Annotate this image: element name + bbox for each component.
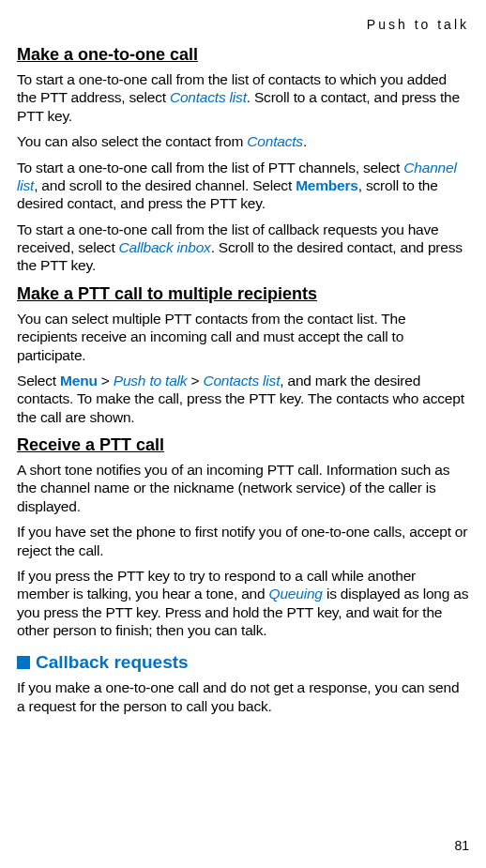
paragraph: If you have set the phone to first notif… — [17, 523, 469, 559]
paragraph: You can select multiple PTT contacts fro… — [17, 310, 469, 364]
page-header: Push to talk — [17, 17, 469, 32]
paragraph: If you make a one-to-one call and do not… — [17, 678, 469, 715]
text: You can also select the contact from — [17, 133, 247, 149]
heading-multiple-recipients: Make a PTT call to multiple recipients — [17, 284, 469, 304]
heading-callback-requests: Callback requests — [36, 652, 189, 673]
page-number: 81 — [454, 838, 469, 853]
paragraph: To start a one-to-one call from the list… — [17, 70, 469, 125]
link-contacts[interactable]: Contacts — [247, 133, 303, 149]
link-push-to-talk[interactable]: Push to talk — [114, 373, 188, 388]
callback-heading-row: Callback requests — [17, 652, 469, 673]
link-callback-inbox[interactable]: Callback inbox — [119, 239, 211, 255]
separator: > — [98, 373, 114, 388]
paragraph: You can also select the contact from Con… — [17, 132, 469, 150]
link-members[interactable]: Members — [296, 177, 358, 193]
link-contacts-list-2[interactable]: Contacts list — [203, 373, 280, 388]
paragraph: To start a one-to-one call from the list… — [17, 221, 469, 275]
paragraph: To start a one-to-one call from the list… — [17, 159, 469, 213]
text: Select — [17, 373, 60, 388]
paragraph: Select Menu > Push to talk > Contacts li… — [17, 372, 469, 426]
heading-make-one-to-one: Make a one-to-one call — [17, 45, 469, 65]
separator: > — [187, 373, 203, 388]
text: , and scroll to the desired channel. Sel… — [34, 177, 296, 193]
text: To start a one-to-one call from the list… — [17, 160, 403, 175]
paragraph: If you press the PTT key to try to respo… — [17, 567, 469, 640]
heading-receive-ptt: Receive a PTT call — [17, 435, 469, 455]
text: . — [303, 133, 307, 149]
link-queuing[interactable]: Queuing — [269, 586, 323, 602]
link-menu[interactable]: Menu — [60, 373, 98, 388]
square-bullet-icon — [17, 656, 30, 669]
link-contacts-list[interactable]: Contacts list — [170, 89, 247, 105]
paragraph: A short tone notifies you of an incoming… — [17, 461, 469, 515]
